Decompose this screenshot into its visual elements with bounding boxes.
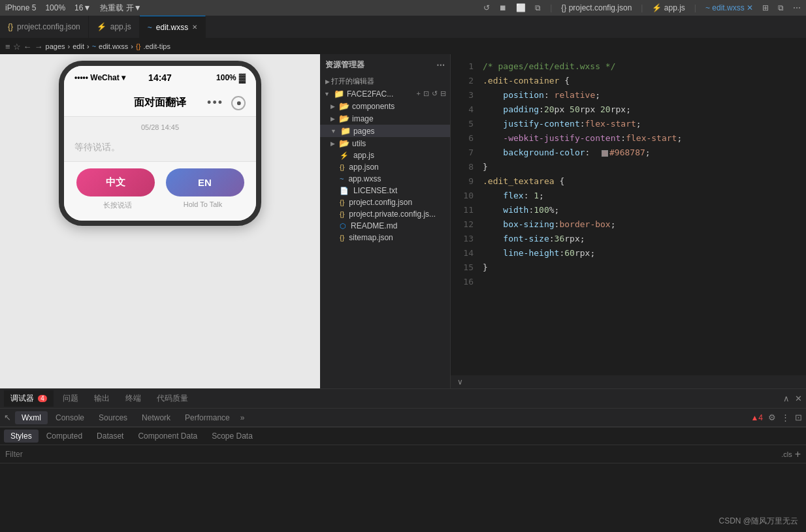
menu-iphone[interactable]: iPhone 5 — [5, 3, 36, 12]
devtools-sub-console[interactable]: Console — [49, 411, 91, 424]
tab-close-icon[interactable]: ✕ — [192, 23, 197, 31]
resource-refresh-icon[interactable]: ↺ — [432, 89, 438, 98]
resource-item-projectjson[interactable]: {} project.config.json — [320, 196, 450, 208]
devtools-inspector-componentdata[interactable]: Component Data — [131, 430, 204, 443]
line-num-1: 1 — [451, 59, 474, 74]
devtools-sub-network[interactable]: Network — [135, 411, 177, 424]
item-label-readme: README.md — [351, 221, 397, 230]
devtools-tab-debugger[interactable]: 调试器 4 — [4, 390, 54, 407]
main-content: ••••• WeChat ▾ 14:47 100% ▓ 面对面翻译 ••• ⏺ — [0, 54, 806, 388]
resource-item-projectprivate[interactable]: {} project.private.config.js... — [320, 208, 450, 220]
devtools-tab-output[interactable]: 输出 — [88, 390, 116, 407]
devtools-network-label: Network — [142, 413, 170, 422]
breadcrumb-back[interactable]: ← — [24, 42, 32, 52]
resource-item-appjs[interactable]: ⚡ app.js — [320, 149, 450, 161]
breadcrumb-star: ☆ — [13, 42, 21, 52]
devtools-filter-input[interactable] — [5, 450, 777, 459]
menu-window-icon[interactable]: ⧉ — [535, 3, 541, 12]
devtools-close-icon[interactable]: ✕ — [795, 394, 802, 403]
btn-chinese[interactable]: 中文 — [76, 168, 155, 196]
devtools-inspector-dataset[interactable]: Dataset — [90, 430, 130, 443]
resource-item-utils[interactable]: ▶ 📂 utils — [320, 137, 450, 149]
devtools-sub-sources[interactable]: Sources — [92, 411, 134, 424]
menu-hotreload[interactable]: 热重载 开▼ — [100, 3, 141, 14]
btn-labels: 长按说话 Hold To Talk — [74, 200, 246, 210]
item-label-components: components — [352, 102, 395, 111]
iphone-nav-dots[interactable]: ••• — [207, 96, 223, 110]
open-editors-section[interactable]: ▶ 打开的编辑器 — [320, 75, 450, 87]
devtools-debugger-label: 调试器 — [10, 394, 34, 403]
devtools-terminal-label: 终端 — [125, 394, 141, 403]
resource-item-readme[interactable]: ⬡ README.md — [320, 220, 450, 232]
iphone-record-button[interactable]: ⏺ — [231, 96, 246, 110]
resource-item-appwxss[interactable]: ~ app.wxss — [320, 173, 450, 185]
item-label-utils: utils — [352, 139, 366, 148]
resource-collapse-icon[interactable]: ⊟ — [440, 89, 446, 98]
line-num-14: 14 — [451, 246, 474, 260]
line-num-11: 11 — [451, 203, 474, 217]
resource-project-root[interactable]: ▼ 📁 FACE2FAC... + ⊡ ↺ ⊟ — [320, 87, 450, 100]
devtools-error-count: ▲4 — [750, 413, 763, 422]
chevron-image: ▶ — [330, 116, 335, 122]
devtools-inspector-styles[interactable]: Styles — [4, 430, 39, 443]
menu-reload-icon[interactable]: ↺ — [483, 3, 490, 12]
menu-split-icon[interactable]: ⧉ — [778, 3, 784, 12]
devtools-settings-icon[interactable]: ⚙ — [768, 413, 776, 422]
item-label-license: LICENSE.txt — [353, 186, 397, 195]
resource-item-components[interactable]: ▶ 📂 components — [320, 100, 450, 112]
devtools-sub-performance[interactable]: Performance — [178, 411, 236, 424]
devtools-tab-issues[interactable]: 问题 — [56, 390, 85, 407]
devtools-filter-add-icon[interactable]: + — [795, 448, 801, 460]
tab-icon-json: {} — [8, 22, 13, 31]
json-icon-project: {} — [340, 198, 344, 206]
devtools-chevron-up-icon[interactable]: ∧ — [783, 394, 790, 403]
code-line-12: box-sizing:border-box; — [480, 217, 806, 232]
devtools-inspector-computed[interactable]: Computed — [40, 430, 89, 443]
tab-project-config[interactable]: {} project.config.json — [0, 16, 89, 38]
resource-item-sitemap[interactable]: {} sitemap.json — [320, 232, 450, 243]
line-num-7: 7 — [451, 146, 474, 160]
code-line-7: background-color: #968787; — [480, 146, 806, 160]
tab-appjs[interactable]: ⚡ app.js — [89, 16, 140, 38]
menu-scale[interactable]: 16▼ — [74, 3, 91, 12]
scroll-down-icon[interactable]: ∨ — [457, 377, 463, 386]
breadcrumb-forward[interactable]: → — [35, 42, 43, 52]
btn-english[interactable]: EN — [166, 168, 244, 196]
devtools-inspector-scopedata[interactable]: Scope Data — [205, 430, 259, 443]
menu-zoom[interactable]: 100% — [45, 3, 65, 12]
devtools-tab-codequality[interactable]: 代码质量 — [150, 390, 195, 407]
resource-item-appjson[interactable]: {} app.json — [320, 161, 450, 173]
menu-stop-icon[interactable]: ⏹ — [499, 3, 507, 12]
devtools-inspector-tabs: Styles Computed Dataset Component Data S… — [0, 427, 806, 445]
md-icon: ⬡ — [340, 222, 346, 230]
devtools-undock-icon[interactable]: ⊡ — [795, 413, 802, 422]
resource-copy-icon[interactable]: ⊡ — [423, 89, 429, 98]
item-label-appwxss: app.wxss — [348, 174, 381, 183]
menu-grid-icon[interactable]: ⊞ — [762, 3, 769, 12]
tab-edit-wxss[interactable]: ~ edit.wxss ✕ — [140, 16, 206, 38]
label-english: Hold To Talk — [164, 200, 242, 210]
code-content: 1 2 3 4 5 6 7 8 9 10 11 12 13 14 15 16 /… — [451, 54, 806, 375]
resource-add-icon[interactable]: + — [417, 89, 421, 98]
tab-bar: {} project.config.json ⚡ app.js ~ edit.w… — [0, 16, 806, 39]
menu-json-tab[interactable]: {} project.config.json — [561, 3, 632, 12]
resource-more-icon[interactable]: ⋯ — [436, 60, 445, 70]
resource-item-image[interactable]: ▶ 📂 image — [320, 112, 450, 125]
resource-item-license[interactable]: 📄 LICENSE.txt — [320, 185, 450, 196]
resource-item-pages[interactable]: ▼ 📁 pages — [320, 125, 450, 137]
menu-preview-icon[interactable]: ⬜ — [516, 3, 526, 12]
code-line-13: font-size:36rpx; — [480, 232, 806, 246]
js-icon: ⚡ — [340, 151, 349, 160]
devtools-tab-terminal[interactable]: 终端 — [119, 390, 148, 407]
devtools-pointer-icon[interactable]: ↖ — [4, 413, 11, 422]
code-line-10: flex: 1; — [480, 189, 806, 203]
menu-dots-icon[interactable]: ⋯ — [793, 3, 801, 12]
breadcrumb-selector-icon: {} — [136, 42, 140, 50]
devtools-more-icon[interactable]: » — [240, 413, 245, 422]
devtools-dots2-icon[interactable]: ⋮ — [781, 413, 790, 422]
devtools-sub-wxml[interactable]: Wxml — [15, 411, 48, 424]
menu-wxss-tab[interactable]: ~ edit.wxss ✕ — [705, 3, 753, 12]
line-num-15: 15 — [451, 260, 474, 275]
menu-appjs-tab[interactable]: ⚡ app.js — [652, 3, 685, 12]
line-num-8: 8 — [451, 160, 474, 174]
